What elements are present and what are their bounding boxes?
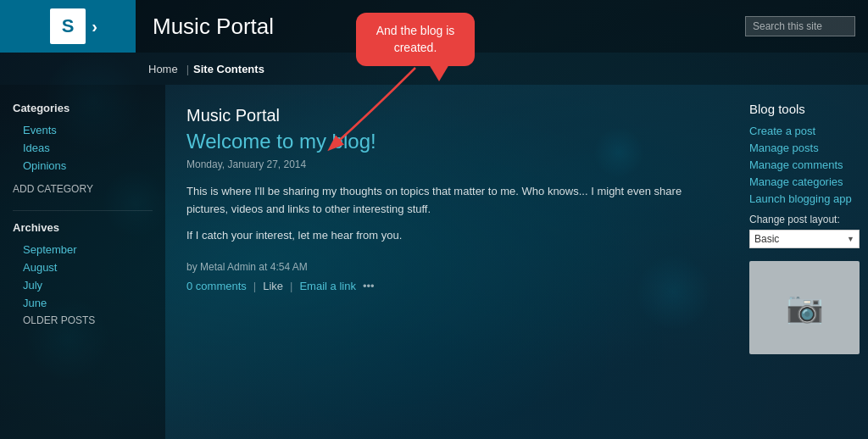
main-layout: Categories Events Ideas Opinions ADD CAT… [0, 85, 868, 439]
post-layout-select-wrapper[interactable]: Basic Summary Title Only [749, 230, 860, 248]
blog-body-p1: This is where I'll be sharing my thought… [186, 183, 715, 219]
callout-arrow [429, 64, 449, 81]
tool-launch-blogging-app[interactable]: Launch blogging app [749, 192, 855, 205]
sidebar-item-ideas[interactable]: Ideas [13, 139, 153, 157]
sidebar-item-september[interactable]: September [13, 241, 153, 258]
add-category-link[interactable]: ADD CATEGORY [13, 178, 153, 200]
callout-bubble: And the blog is created. [356, 13, 475, 66]
search-input[interactable] [745, 16, 855, 36]
blog-post-date: Monday, January 27, 2014 [186, 158, 715, 170]
nav-home[interactable]: Home [148, 63, 178, 75]
nav-separator: | [186, 63, 189, 75]
sidebar-item-july[interactable]: July [13, 276, 153, 294]
left-sidebar: Categories Events Ideas Opinions ADD CAT… [0, 85, 165, 439]
more-actions[interactable]: ••• [363, 280, 375, 292]
logo-letter: S [62, 15, 75, 37]
older-posts-link[interactable]: OLDER POSTS [13, 312, 153, 329]
site-title: Music Portal [153, 14, 274, 39]
sidebar-item-events[interactable]: Events [13, 121, 153, 139]
post-layout-select[interactable]: Basic Summary Title Only [749, 230, 860, 248]
tool-manage-categories[interactable]: Manage categories [749, 175, 855, 188]
sidebar-item-august[interactable]: August [13, 258, 153, 276]
blog-content: Music Portal Welcome to my blog! Monday,… [165, 85, 737, 439]
blog-post-body: This is where I'll be sharing my thought… [186, 183, 715, 244]
blog-body-p2: If I catch your interest, let me hear fr… [186, 227, 715, 245]
archives-title: Archives [13, 221, 153, 234]
logo-area: S [0, 0, 136, 53]
sidebar-divider [13, 210, 153, 211]
sidebar-item-june[interactable]: June [13, 294, 153, 312]
blog-post-title: Welcome to my blog! [186, 130, 715, 153]
sidebar-item-opinions[interactable]: Opinions [13, 157, 153, 175]
tool-manage-posts[interactable]: Manage posts [749, 142, 855, 154]
tool-create-post[interactable]: Create a post [749, 125, 855, 137]
email-link[interactable]: Email a link [299, 280, 355, 292]
action-sep-2: | [290, 280, 292, 292]
tool-manage-comments[interactable]: Manage comments [749, 158, 855, 171]
header-search[interactable] [745, 16, 855, 36]
comments-link[interactable]: 0 comments [186, 280, 247, 292]
blog-post-meta: by Metal Admin at 4:54 AM [186, 261, 715, 273]
camera-icon: 📷 [786, 290, 824, 325]
like-button[interactable]: Like [263, 280, 283, 292]
callout-text: And the blog is created. [376, 24, 455, 54]
blog-site-title: Music Portal [186, 106, 715, 125]
callout-box: And the blog is created. [356, 13, 475, 66]
right-sidebar: Blog tools Create a post Manage posts Ma… [737, 85, 868, 439]
categories-title: Categories [13, 102, 153, 114]
nav-site-contents[interactable]: Site Contents [193, 63, 264, 75]
post-layout-label: Change post layout: [749, 214, 855, 225]
sharepoint-logo: S [50, 8, 86, 44]
action-sep-1: | [253, 280, 256, 292]
blog-tools-title: Blog tools [749, 102, 855, 116]
blog-actions: 0 comments | Like | Email a link ••• [186, 280, 715, 292]
photo-placeholder: 📷 [749, 261, 860, 354]
